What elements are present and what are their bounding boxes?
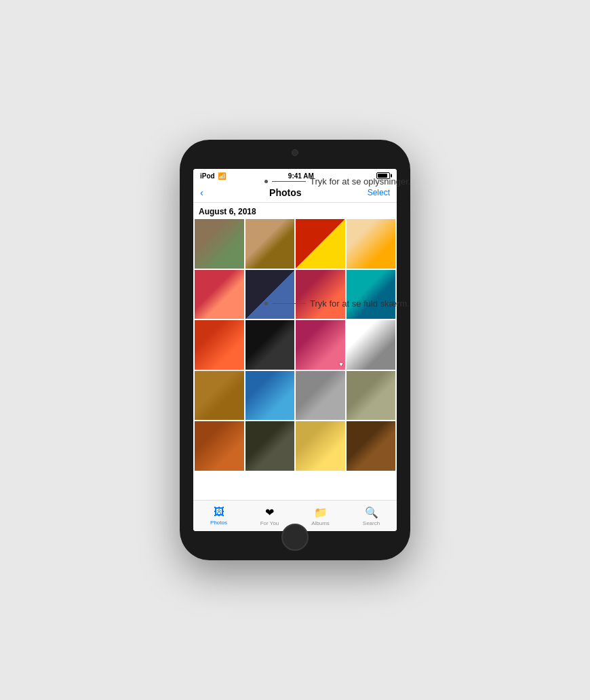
- annotation-dot-1: [264, 180, 268, 183]
- photo-cell-7[interactable]: [296, 270, 345, 319]
- tab-photos-icon: 🖼: [214, 506, 224, 518]
- tab-photos-label: Photos: [210, 520, 227, 526]
- photo-cell-10[interactable]: [245, 320, 295, 370]
- photo-cell-11[interactable]: ♥: [296, 320, 345, 370]
- annotation-text-details: Tryk for at se oplysninger.: [310, 176, 410, 187]
- photo-cell-2[interactable]: [245, 219, 295, 269]
- photo-cell-17[interactable]: [195, 421, 244, 471]
- tab-albums-icon: 📁: [314, 506, 328, 519]
- phone-device: iPod 📶 9:41 AM ‹ Photos Select August 6,…: [180, 140, 410, 560]
- photo-cell-9[interactable]: [195, 320, 244, 370]
- tab-search-label: Search: [363, 520, 380, 526]
- date-header: August 6, 2018: [193, 203, 397, 219]
- annotation-line-2: [272, 303, 306, 304]
- tab-for-you-icon: ❤: [265, 506, 274, 519]
- photo-cell-4[interactable]: [347, 219, 396, 269]
- photo-grid-container: ♥: [193, 219, 397, 500]
- phone-screen: iPod 📶 9:41 AM ‹ Photos Select August 6,…: [193, 169, 397, 531]
- page-title: Photos: [203, 187, 368, 198]
- photo-cell-12[interactable]: [347, 320, 396, 370]
- annotation-dot-2: [264, 302, 268, 305]
- annotation-text-fullscreen: Tryk for at se fuld skærm.: [310, 298, 410, 309]
- wifi-icon: 📶: [218, 172, 226, 180]
- photo-cell-15[interactable]: [296, 371, 345, 421]
- annotation-line-1: [272, 181, 306, 182]
- photo-cell-14[interactable]: [245, 371, 295, 421]
- tab-search[interactable]: 🔍Search: [346, 501, 397, 531]
- photo-cell-20[interactable]: [347, 421, 396, 471]
- tab-albums-label: Albums: [311, 520, 330, 526]
- tab-photos[interactable]: 🖼Photos: [193, 501, 244, 531]
- camera-dot: [292, 149, 298, 156]
- home-button[interactable]: [281, 524, 309, 551]
- annotation-details: Tryk for at se oplysninger.: [264, 176, 410, 187]
- photo-cell-16[interactable]: [347, 371, 396, 421]
- photo-cell-3[interactable]: [296, 219, 345, 269]
- photo-cell-6[interactable]: [245, 270, 295, 319]
- status-left: iPod 📶: [200, 172, 226, 180]
- photo-cell-18[interactable]: [245, 421, 295, 471]
- carrier-label: iPod: [200, 172, 215, 180]
- photo-cell-19[interactable]: [296, 421, 345, 471]
- photo-cell-8[interactable]: [347, 270, 396, 319]
- photo-grid: ♥: [193, 219, 397, 472]
- select-button[interactable]: Select: [368, 188, 390, 197]
- photo-cell-13[interactable]: [195, 371, 244, 421]
- tab-search-icon: 🔍: [365, 506, 378, 519]
- photo-cell-5[interactable]: [195, 270, 244, 319]
- annotation-fullscreen: Tryk for at se fuld skærm.: [264, 298, 410, 309]
- photo-cell-1[interactable]: [195, 219, 244, 269]
- heart-badge-icon: ♥: [339, 361, 342, 368]
- tab-for-you-label: For You: [260, 520, 279, 526]
